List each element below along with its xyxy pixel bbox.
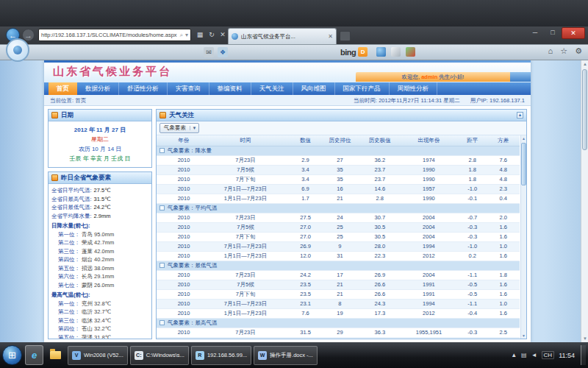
show-desktop-button[interactable] xyxy=(581,345,586,365)
table-group-row[interactable]: 气象要素：降水量 xyxy=(157,146,520,155)
weather-table-head: 年份时间数值历史排位历史极值出现年份距平方差 xyxy=(157,135,520,146)
table-row: 20107月5候31.42535.31955-0.31.9 xyxy=(157,337,520,339)
nav-item-3[interactable]: 舒适性分析 xyxy=(119,82,168,95)
nav-item-2[interactable]: 数据分析 xyxy=(77,82,119,95)
tray-volume-icon[interactable]: ◄ xyxy=(531,352,537,358)
screen: ← → http://192.168.137.1/SLCCLIMATE/modu… xyxy=(0,0,588,368)
table-row: 20107月1日—7月23日26.9928.01994-1.01.0 xyxy=(157,241,520,251)
chevron-down-icon: ▼ xyxy=(190,126,198,130)
lunar-date: 农历 10 月 14 日 xyxy=(50,144,150,154)
tools-gear-icon[interactable]: ⚙ xyxy=(575,46,582,56)
welcome-username: admin xyxy=(421,74,437,80)
column-header: 数值 xyxy=(291,135,320,146)
date-panel-title: 日期 xyxy=(61,111,74,120)
bing-box-icon: D xyxy=(358,47,368,57)
mail-icon[interactable]: ✉ xyxy=(204,47,214,57)
favorite-app-icon-1[interactable] xyxy=(376,47,386,57)
clock[interactable]: 11:54 xyxy=(559,352,576,359)
new-tab-button[interactable] xyxy=(340,31,351,41)
table-group-row[interactable]: 气象要素：最高气温 xyxy=(157,318,520,328)
taskbar-explorer-button[interactable] xyxy=(46,345,65,365)
taskbar-window-button-2[interactable]: C:C:\Windows\s... xyxy=(130,346,189,365)
rank-group-title: 日降水量(前七): xyxy=(51,222,148,230)
browser-scroll-up-icon[interactable]: ▲ xyxy=(581,60,588,68)
rank-line: 第三位：临沭 32.4℃ xyxy=(51,316,148,325)
address-bar[interactable]: http://192.168.137.1/SLCCLIMATE/modules/… xyxy=(38,29,191,41)
favorite-app-icon-3[interactable] xyxy=(406,47,415,57)
bing-logo[interactable]: bing D xyxy=(340,47,368,57)
search-icon[interactable]: ⌕ xyxy=(180,32,183,39)
summary-line: 全省日最高气温:31.5℃ xyxy=(51,195,148,204)
close-button[interactable]: ✕ xyxy=(562,27,585,39)
table-header-row: 年份时间数值历史排位历史极值出现年份距平方差 xyxy=(157,135,520,146)
group-expand-icon[interactable] xyxy=(159,205,165,210)
group-expand-icon[interactable] xyxy=(159,263,165,268)
column-header: 距平 xyxy=(458,135,487,146)
element-filter-button[interactable]: 气象要素 ▼ xyxy=(159,123,199,133)
bing-text: bing xyxy=(340,48,356,57)
tab-close-icon[interactable]: ✕ xyxy=(328,33,333,40)
nav-item-9[interactable]: 周期性分析 xyxy=(390,82,438,95)
weather-panel-title: 天气关注 xyxy=(169,111,194,120)
url-text: http://192.168.137.1/SLCCLIMATE/modules/… xyxy=(41,32,178,38)
messenger-icon[interactable]: ❖ xyxy=(218,47,228,57)
start-button[interactable]: ⊞ xyxy=(2,345,22,365)
summary-line: 全省日平均气温:27.5℃ xyxy=(51,186,148,195)
tray-network-icon[interactable]: ▤ xyxy=(521,352,527,358)
table-scroll-thumb[interactable] xyxy=(521,143,526,185)
nav-item-1[interactable]: 首页 xyxy=(49,82,77,95)
floating-widget-badge[interactable] xyxy=(6,38,29,62)
table-scrollbar[interactable]: ▲ ▼ xyxy=(520,135,526,339)
column-header: 方差 xyxy=(487,135,520,146)
favorites-star-icon[interactable]: ☆ xyxy=(560,46,567,56)
minimize-button[interactable]: ─ xyxy=(526,27,544,39)
yesterday-groups: 日降水量(前七):第一位：青岛 95.0mm第二位：荣成 42.7mm第三位：蓬… xyxy=(51,222,148,339)
scroll-down-icon[interactable]: ▼ xyxy=(521,333,526,339)
group-expand-icon[interactable] xyxy=(159,148,165,153)
group-expand-icon[interactable] xyxy=(159,320,165,325)
taskbar-ie-button[interactable]: e xyxy=(25,345,43,365)
taskbar-window-button-4[interactable]: W操作手册.docx -... xyxy=(254,346,318,365)
breadcrumb-location: 当前位置: 首页 xyxy=(50,95,86,105)
browser-scroll-thumb[interactable] xyxy=(582,69,587,150)
maximize-button[interactable]: □ xyxy=(544,27,562,39)
table-row: 20107月1日—7月23日6.91614.61957-1.02.3 xyxy=(157,184,520,194)
forward-button[interactable]: → xyxy=(22,29,35,41)
table-group-row[interactable]: 气象要素：最低气温 xyxy=(157,261,520,270)
favorite-app-icon-2[interactable] xyxy=(391,47,401,57)
table-row: 20107月下旬23.52126.61991-0.51.6 xyxy=(157,289,520,299)
nav-item-4[interactable]: 灾害查询 xyxy=(168,82,209,95)
table-row: 20107月1日—7月23日23.1824.31994-1.11.0 xyxy=(157,299,520,308)
stop-icon[interactable]: ✕ xyxy=(218,29,228,40)
nav-item-7[interactable]: 风向维图 xyxy=(293,82,335,95)
compatibility-icon[interactable]: ▦ xyxy=(195,29,205,40)
browser-tab[interactable]: 山东省气候业务平台... ✕ xyxy=(228,28,337,44)
rank-line: 第五位：菏泽 31.8℃ xyxy=(51,333,148,340)
home-icon[interactable]: ⌂ xyxy=(548,46,553,56)
table-row: 20107月23日24.21726.92004-1.11.8 xyxy=(157,270,520,280)
scroll-up-icon[interactable]: ▲ xyxy=(521,135,526,141)
language-indicator[interactable]: CH xyxy=(542,351,555,359)
window-icon: V xyxy=(72,351,81,360)
rank-line: 第一位：青岛 95.0mm xyxy=(51,230,148,239)
nav-item-5[interactable]: 整编资料 xyxy=(209,82,251,95)
system-tray: ▲ ▤ ◄ CH 11:54 xyxy=(511,345,586,365)
welcome-prefix: 欢迎您, xyxy=(402,74,420,81)
refresh-icon[interactable]: ↻ xyxy=(207,29,217,40)
nav-item-6[interactable]: 天气关注 xyxy=(251,82,293,95)
taskbar-window-button-1[interactable]: VWin2008 (V52... xyxy=(68,346,128,365)
browser-scroll-down-icon[interactable]: ▼ xyxy=(581,335,588,342)
taskbar-window-button-3[interactable]: R192.168.56.99... xyxy=(191,346,251,365)
weather-icon xyxy=(159,112,166,118)
date-panel: 日期 2012 年 11 月 27 日 星期二 农历 10 月 14 日 壬辰 … xyxy=(48,109,152,168)
address-dropdown-icon[interactable]: ▾ xyxy=(185,32,188,38)
rank-line: 第二位：临沂 32.7℃ xyxy=(51,308,148,316)
nav-item-8[interactable]: 国家下行产品 xyxy=(335,82,390,95)
browser-scrollbar[interactable]: ▲ ▼ xyxy=(581,60,588,342)
table-row: 20107月23日2.92736.219742.87.6 xyxy=(157,155,520,165)
table-group-row[interactable]: 气象要素：平均气温 xyxy=(157,203,520,213)
rank-line: 第七位：蒙阴 26.0mm xyxy=(51,281,148,290)
panel-collapse-icon[interactable]: ▲ xyxy=(517,112,523,118)
tray-expand-icon[interactable]: ▲ xyxy=(511,352,517,358)
column-header: 历史极值 xyxy=(360,135,400,146)
